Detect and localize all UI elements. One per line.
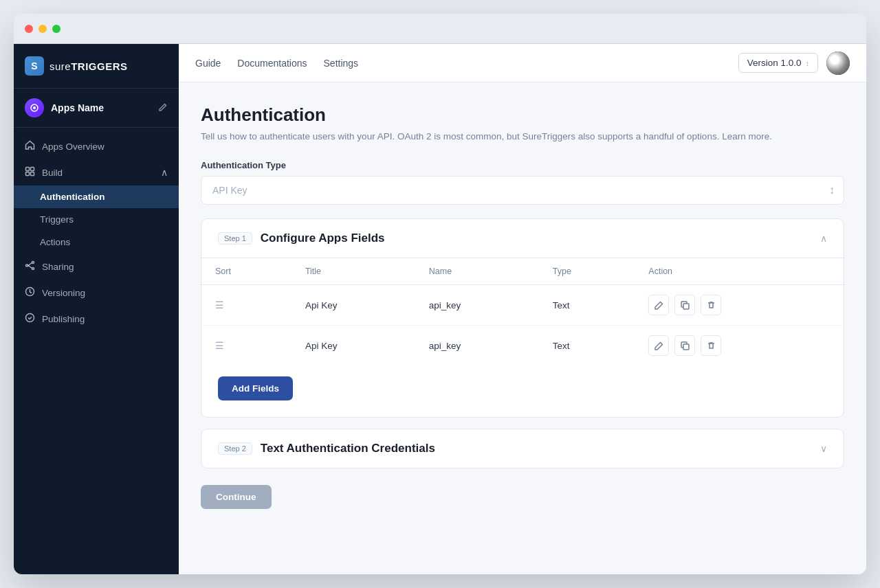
documentations-link[interactable]: Documentations [237, 55, 307, 71]
continue-button[interactable]: Continue [201, 485, 272, 509]
guide-link[interactable]: Guide [195, 55, 221, 71]
step1-content: Sort Title Name Type Action ☰ Api Key [201, 258, 844, 417]
sidebar-item-sharing[interactable]: Sharing [14, 253, 179, 280]
step1-badge: Step 1 [218, 232, 252, 245]
topbar-nav: Guide Documentations Settings [195, 55, 358, 71]
share-icon [25, 260, 35, 273]
close-button[interactable] [25, 25, 33, 33]
app-icon [25, 98, 44, 117]
step2-badge: Step 2 [218, 442, 252, 455]
fields-table: Sort Title Name Type Action ☰ Api Key [201, 258, 844, 365]
avatar-image [826, 52, 850, 75]
page-title: Authentication [201, 104, 844, 126]
page-description: Tell us how to authenticate users with y… [201, 130, 844, 144]
versioning-label: Versioning [42, 288, 85, 298]
row-type-cell: Text [539, 326, 635, 366]
row-name-cell: api_key [415, 285, 539, 326]
actions-label: Actions [40, 237, 70, 247]
maximize-button[interactable] [52, 25, 60, 33]
auth-type-select-wrapper: API Key ↕ [201, 176, 844, 205]
step1-header[interactable]: Step 1 Configure Apps Fields ∧ [201, 219, 844, 258]
col-name: Name [415, 258, 539, 285]
publishing-label: Publishing [42, 314, 85, 324]
step2-header[interactable]: Step 2 Text Authentication Credentials ∨ [201, 429, 844, 468]
svg-point-6 [32, 262, 34, 264]
drag-handle-icon[interactable]: ☰ [215, 340, 224, 351]
home-icon [25, 140, 35, 152]
sidebar-item-versioning[interactable]: Versioning [14, 280, 179, 306]
sidebar-nav: Apps Overview Build [14, 128, 179, 574]
delete-row-button[interactable] [701, 335, 721, 356]
svg-point-7 [26, 264, 28, 267]
topbar: Guide Documentations Settings Version 1.… [179, 44, 866, 82]
svg-point-12 [26, 314, 34, 322]
sidebar-item-authentication[interactable]: Authentication [14, 185, 179, 208]
sidebar-item-publishing[interactable]: Publishing [14, 306, 179, 332]
main-content: Guide Documentations Settings Version 1.… [179, 44, 866, 574]
version-chevron-icon: ↕ [806, 59, 810, 67]
version-label: Version 1.0.0 [747, 58, 802, 68]
minimize-button[interactable] [38, 25, 47, 33]
app-window: S sureTRIGGERS Apps Name [14, 14, 866, 574]
sidebar-item-triggers[interactable]: Triggers [14, 208, 179, 231]
svg-rect-3 [31, 168, 34, 171]
row-title-cell: Api Key [292, 326, 415, 366]
build-icon [25, 166, 35, 179]
triggers-label: Triggers [40, 214, 74, 225]
titlebar [14, 14, 866, 44]
row-title-cell: Api Key [292, 285, 415, 326]
row-type-cell: Text [539, 285, 635, 326]
drag-handle-cell: ☰ [201, 285, 292, 326]
sidebar-build-section[interactable]: Build ∧ [14, 159, 179, 185]
settings-link[interactable]: Settings [324, 55, 359, 71]
topbar-right: Version 1.0.0 ↕ [738, 52, 850, 75]
sidebar-item-apps-overview[interactable]: Apps Overview [14, 133, 179, 159]
authentication-label: Authentication [40, 192, 105, 202]
row-action-cell [635, 326, 844, 366]
edit-row-button[interactable] [648, 335, 669, 356]
logo-text: sureTRIGGERS [50, 60, 128, 72]
step1-title: Configure Apps Fields [261, 231, 385, 245]
logo-icon: S [25, 56, 44, 76]
svg-line-10 [28, 265, 32, 269]
drag-handle-icon[interactable]: ☰ [215, 299, 224, 310]
col-sort: Sort [201, 258, 292, 285]
version-select[interactable]: Version 1.0.0 ↕ [738, 53, 818, 73]
auth-type-select[interactable]: API Key [201, 176, 844, 205]
row-action-cell [635, 285, 844, 326]
drag-handle-cell: ☰ [201, 326, 292, 366]
page-content: Authentication Tell us how to authentica… [179, 82, 866, 574]
publishing-icon [25, 313, 35, 325]
svg-rect-14 [683, 344, 689, 350]
col-action: Action [635, 258, 844, 285]
user-avatar[interactable] [826, 52, 850, 75]
edit-app-icon[interactable] [158, 102, 168, 114]
apps-overview-label: Apps Overview [42, 142, 104, 152]
app-name-label: Apps Name [51, 102, 104, 113]
auth-type-label: Authentication Type [201, 160, 844, 170]
logo: S sureTRIGGERS [14, 44, 179, 89]
copy-row-button[interactable] [674, 335, 695, 356]
col-type: Type [539, 258, 635, 285]
svg-rect-2 [26, 168, 30, 171]
copy-row-button[interactable] [674, 295, 695, 315]
row-name-cell: api_key [415, 326, 539, 366]
table-row: ☰ Api Key api_key Text [201, 285, 844, 326]
svg-rect-13 [683, 304, 689, 309]
step1-card: Step 1 Configure Apps Fields ∧ Sort Titl… [201, 218, 844, 418]
step1-chevron-icon: ∧ [820, 233, 827, 244]
app-name-section: Apps Name [14, 89, 179, 128]
build-label: Build [42, 168, 63, 178]
versioning-icon [25, 286, 35, 299]
step2-card: Step 2 Text Authentication Credentials ∨ [201, 429, 844, 468]
table-row: ☰ Api Key api_key Text [201, 326, 844, 366]
edit-row-button[interactable] [648, 295, 669, 315]
svg-rect-4 [26, 172, 30, 176]
sharing-label: Sharing [42, 262, 74, 272]
sidebar-item-actions[interactable]: Actions [14, 231, 179, 253]
svg-point-1 [33, 106, 36, 109]
delete-row-button[interactable] [701, 295, 721, 315]
step2-title: Text Authentication Credentials [261, 442, 435, 455]
add-fields-button[interactable]: Add Fields [218, 376, 293, 400]
svg-rect-5 [31, 172, 34, 176]
